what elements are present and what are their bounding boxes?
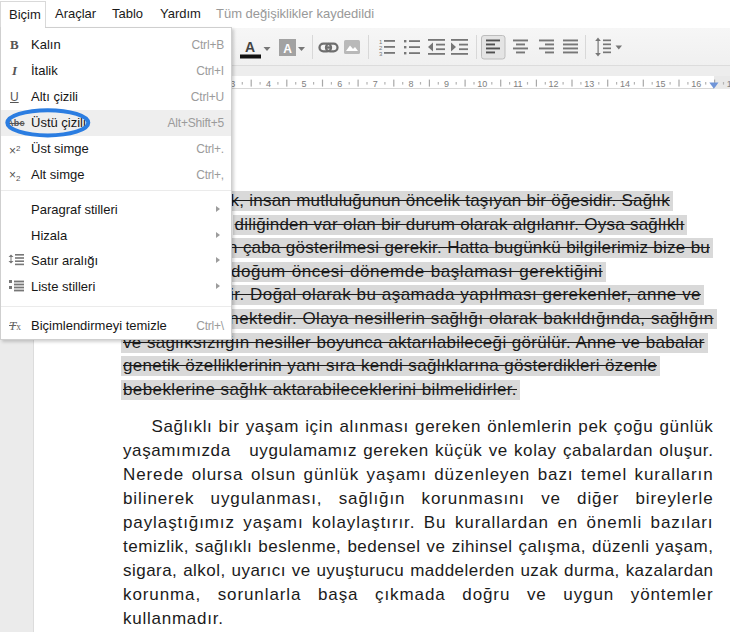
svg-text:10: 10 — [477, 79, 487, 89]
svg-text:12: 12 — [549, 79, 559, 89]
svg-text:8: 8 — [408, 79, 413, 89]
svg-text:5: 5 — [302, 79, 307, 89]
svg-text:4: 4 — [266, 79, 271, 89]
svg-text:A: A — [283, 42, 292, 56]
svg-text:3: 3 — [379, 51, 383, 57]
svg-text:A: A — [245, 39, 255, 55]
svg-text:6: 6 — [337, 79, 342, 89]
svg-text:13: 13 — [584, 79, 594, 89]
svg-text:16: 16 — [691, 79, 701, 89]
svg-text:11: 11 — [513, 79, 522, 89]
svg-text:7: 7 — [373, 79, 378, 89]
svg-text:9: 9 — [444, 79, 449, 89]
svg-text:15: 15 — [655, 79, 665, 89]
svg-text:14: 14 — [620, 79, 630, 89]
